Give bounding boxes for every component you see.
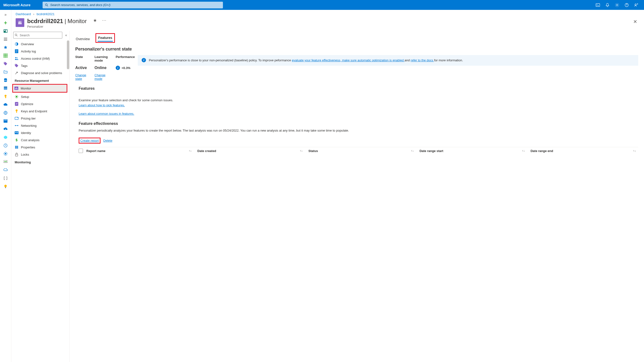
banner-link-docs[interactable]: refer to the docs — [411, 58, 434, 62]
svg-rect-47 — [16, 88, 16, 89]
report-table-header: Report name↑↓ Date created↑↓ Status↑↓ Da… — [79, 147, 638, 154]
th-status[interactable]: Status — [308, 149, 318, 153]
global-search-input[interactable] — [42, 2, 223, 8]
info-badge-icon: i — [116, 66, 120, 70]
menu-item-identity[interactable]: Identity — [13, 129, 67, 136]
star-icon[interactable] — [2, 44, 10, 51]
app-service-icon[interactable] — [2, 85, 10, 92]
expand-rail-icon[interactable]: » — [2, 11, 10, 18]
banner-link-optimization[interactable]: make sure automatic optimization is enab… — [342, 58, 404, 62]
sort-icon[interactable]: ↑↓ — [633, 149, 636, 152]
delete-report-link[interactable]: Delete — [104, 139, 112, 142]
th-date-created[interactable]: Date created — [198, 149, 216, 153]
gear-blue-icon[interactable] — [2, 150, 10, 157]
cloud-shell-icon[interactable] — [594, 1, 602, 10]
svg-rect-16 — [5, 56, 6, 58]
th-date-range-end[interactable]: Date range end — [530, 149, 553, 153]
highlight-create-report: Create report — [79, 138, 100, 144]
resource-group-icon[interactable] — [2, 68, 10, 75]
portal-rail: » SQL — [0, 10, 11, 362]
favorite-star-icon[interactable]: ★ — [93, 18, 97, 23]
cloud-icon[interactable] — [2, 101, 10, 108]
help-icon[interactable] — [622, 1, 631, 10]
brackets-icon[interactable] — [2, 175, 10, 182]
menu-label: Pricing tier — [21, 117, 36, 120]
features-desc: Examine your feature selection and check… — [79, 98, 638, 103]
banner-link-evaluate[interactable]: evaluate your feature effectiveness, — [292, 58, 342, 62]
features-link-pick[interactable]: Learn about how to pick features. — [79, 104, 125, 107]
globe-icon[interactable] — [2, 110, 10, 116]
breadcrumb-resource[interactable]: bcdrdrill2021 — [36, 12, 54, 16]
more-actions-icon[interactable]: ··· — [102, 18, 106, 23]
create-resource-icon[interactable] — [2, 20, 10, 26]
svg-rect-8 — [6, 30, 7, 32]
menu-item-activity-log[interactable]: Activity log — [13, 48, 67, 55]
menu-item-locks[interactable]: Locks — [13, 151, 67, 158]
menu-label: Keys and Endpoint — [21, 110, 47, 113]
menu-item-properties[interactable]: Properties — [13, 144, 67, 151]
monitor-icon[interactable] — [2, 158, 10, 165]
menu-item-setup[interactable]: Setup — [13, 93, 67, 100]
sort-icon[interactable]: ↑↓ — [522, 149, 525, 152]
sort-icon[interactable]: ↑↓ — [411, 149, 414, 152]
network-icon — [15, 124, 18, 128]
menu-item-overview[interactable]: Overview — [13, 40, 67, 48]
menu-item-diagnose[interactable]: Diagnose and solve problems — [13, 69, 67, 76]
breadcrumb-dashboard[interactable]: Dashboard — [16, 12, 31, 16]
svg-rect-9 — [4, 54, 4, 54]
svg-point-32 — [4, 185, 7, 187]
list-icon[interactable] — [2, 36, 10, 42]
change-state-link[interactable]: Change state — [75, 73, 86, 80]
all-services-icon[interactable] — [2, 52, 10, 59]
collapse-menu-icon[interactable]: « — [64, 32, 68, 38]
storage-icon[interactable] — [2, 118, 10, 124]
svg-rect-37 — [21, 22, 22, 24]
features-link-issues[interactable]: Learn about common issues in features. — [79, 112, 134, 116]
select-all-checkbox[interactable] — [79, 149, 83, 153]
cloud-down-icon[interactable] — [2, 167, 10, 174]
create-report-link[interactable]: Create report — [80, 139, 99, 142]
feedback-icon[interactable] — [632, 1, 641, 10]
settings-icon[interactable] — [613, 1, 622, 10]
sort-icon[interactable]: ↑↓ — [189, 149, 192, 152]
clock-icon[interactable] — [2, 142, 10, 149]
svg-rect-12 — [4, 55, 4, 56]
svg-rect-58 — [17, 132, 18, 132]
menu-label: Overview — [21, 42, 34, 46]
dashboard-icon[interactable] — [2, 28, 10, 34]
menu-item-networking[interactable]: Networking — [13, 122, 67, 129]
tab-features[interactable]: Features — [98, 34, 112, 42]
key-icon[interactable] — [2, 93, 10, 100]
menu-item-cost[interactable]: $Cost analysis — [13, 136, 67, 144]
resource-menu-search[interactable] — [13, 32, 62, 38]
menu-item-pricing[interactable]: Pricing tier — [13, 115, 67, 122]
tab-overview[interactable]: Overview — [75, 36, 90, 43]
polygon-icon[interactable] — [2, 134, 10, 141]
svg-point-43 — [17, 58, 18, 58]
state-value-perf: i +0.3% — [116, 66, 130, 70]
notifications-icon[interactable] — [603, 1, 612, 10]
change-mode-link[interactable]: Change mode — [94, 73, 106, 80]
page-title-divider: | — [64, 18, 66, 24]
svg-point-23 — [4, 95, 6, 97]
bulb-icon[interactable] — [2, 183, 10, 190]
menu-item-access-control[interactable]: Access control (IAM) — [13, 55, 67, 62]
svg-point-54 — [15, 125, 16, 126]
close-blade-icon[interactable]: ✕ — [631, 18, 640, 26]
menu-item-tags[interactable]: Tags — [13, 62, 67, 69]
cloud-upload-icon[interactable] — [2, 126, 10, 132]
scrollbar-thumb[interactable] — [67, 40, 69, 69]
menu-item-optimize[interactable]: Optimize — [13, 100, 67, 108]
th-report-name[interactable]: Report name — [86, 149, 105, 153]
menu-item-keys[interactable]: Keys and Endpoint — [13, 108, 67, 115]
th-date-range-start[interactable]: Date range start — [420, 149, 443, 153]
highlight-features-tab: Features — [96, 33, 115, 43]
sort-icon[interactable]: ↑↓ — [300, 149, 303, 152]
menu-item-monitor[interactable]: Monitor — [13, 85, 66, 92]
tag-icon[interactable] — [2, 60, 10, 67]
performance-banner: i Personalizer's performance is close to… — [138, 55, 638, 66]
people-icon — [15, 56, 18, 60]
report-actions: Create report Delete — [79, 138, 638, 144]
sql-icon[interactable]: SQL — [2, 77, 10, 84]
menu-label: Identity — [21, 131, 31, 135]
